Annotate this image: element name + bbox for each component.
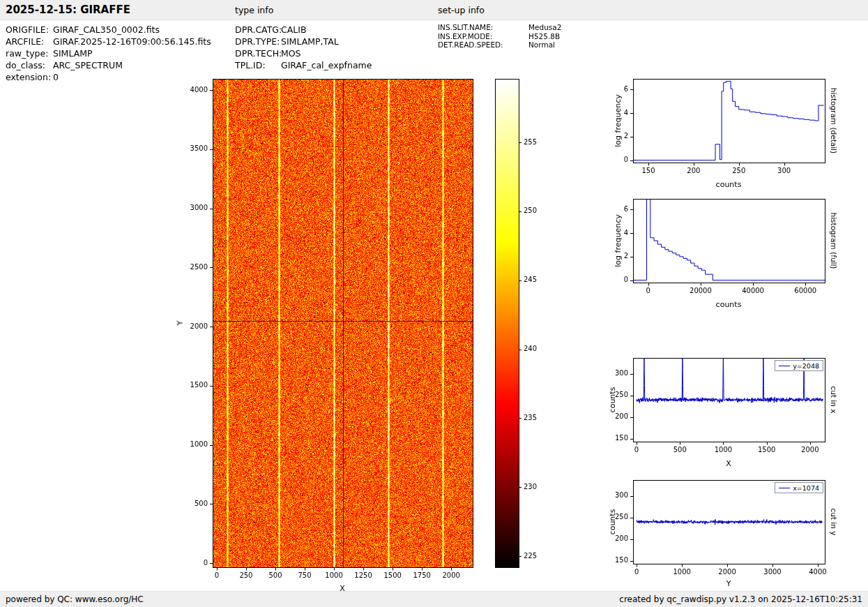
hist-detail-side-label: histogram (detail) [830,88,838,153]
hist-detail-y-axis-label: log frequency [614,94,623,147]
footer-bar: powered by QC: www.eso.org/HC created by… [0,591,868,607]
meta-label: extension: [6,71,53,83]
meta-label: raw_type: [6,47,53,59]
page-title: 2025-12-15: GIRAFFE [6,3,130,16]
meta-value: 0 [53,72,59,82]
meta-row-dprtype: DPR.TYPE:SIMLAMP,TAL [235,36,372,47]
meta-row-rawtype: raw_type:SIMLAMP [6,47,211,59]
setup-info-heading: set-up info [438,5,485,15]
legend-line-sample-icon [779,488,790,488]
legend-cut-in-y: x=1074 [775,482,823,493]
footer-created-by: created by qc_rawdisp.py v1.2.3 on 2025-… [619,594,862,604]
main-x-axis-label: X [340,584,345,593]
footer-powered-by: powered by QC: www.eso.org/HC [6,594,144,604]
meta-row-readspeed: DET.READ.SPEED:Normal [438,40,561,50]
meta-value: GIRAF_cal_expfname [281,60,372,70]
meta-value: GIRAF.2025-12-16T09:00:56.145.fits [53,36,211,47]
meta-row-doclass: do_class:ARC_SPECTRUM [6,59,211,71]
meta-value: SIMLAMP [53,48,93,59]
legend-line-sample-icon [779,366,790,366]
meta-label: ARCFILE: [6,36,53,47]
meta-row-slitname: INS.SLIT.NAME:Medusa2 [438,23,561,32]
cut-x-x-axis-label: X [726,459,731,468]
meta-row-dprtech: DPR.TECH:MOS [235,47,372,59]
hist-full-y-axis-label: log frequency [614,214,623,267]
meta-value: CALIB [281,24,307,35]
setup-info-panel: INS.SLIT.NAME:Medusa2 INS.EXP.MODE:H525.… [438,23,561,50]
meta-row-origfile: ORIGFILE:GIRAF_CAL350_0002.fits [6,24,211,36]
meta-row-arcfile: ARCFILE:GIRAF.2025-12-16T09:00:56.145.fi… [6,36,211,47]
meta-value: Medusa2 [528,23,561,31]
cut-x-y-axis-label: counts [608,387,617,413]
type-info-panel: DPR.CATG:CALIB DPR.TYPE:SIMLAMP,TAL DPR.… [235,24,372,71]
cut-y-side-label: cut in y [830,508,838,535]
meta-label: TPL.ID: [235,59,281,71]
meta-label: DPR.TYPE: [235,36,281,47]
hist-full-x-axis-label: counts [716,300,742,309]
header-bar: 2025-12-15: GIRAFFE type info set-up inf… [0,0,868,20]
meta-label: INS.EXP.MODE: [438,32,528,41]
meta-value: SIMLAMP,TAL [281,36,339,47]
hist-full-side-label: histogram (full) [830,213,838,269]
meta-value: H525.8B [528,32,560,40]
cut-y-x-axis-label: Y [726,579,731,588]
meta-row-dprcatg: DPR.CATG:CALIB [235,24,372,36]
meta-value: GIRAF_CAL350_0002.fits [53,24,160,35]
type-info-heading: type info [235,5,273,15]
meta-label: DPR.TECH: [235,47,281,59]
meta-value: MOS [281,48,301,59]
legend-label: x=1074 [793,484,819,492]
file-info-panel: ORIGFILE:GIRAF_CAL350_0002.fits ARCFILE:… [6,24,211,83]
qc-report-page: 2025-12-15: GIRAFFE type info set-up inf… [0,0,868,607]
meta-label: DET.READ.SPEED: [438,40,528,50]
legend-label: y=2048 [793,362,819,370]
meta-label: INS.SLIT.NAME: [438,23,528,32]
meta-label: do_class: [6,59,53,71]
cut-y-y-axis-label: counts [608,509,617,535]
hist-detail-x-axis-label: counts [716,180,742,189]
meta-row-expmode: INS.EXP.MODE:H525.8B [438,32,561,41]
main-y-axis-label: Y [176,321,185,326]
meta-row-tplid: TPL.ID:GIRAF_cal_expfname [235,59,372,71]
cut-x-side-label: cut in x [830,386,838,413]
meta-label: ORIGFILE: [6,24,53,36]
meta-row-extension: extension:0 [6,71,211,83]
meta-value: Normal [528,40,555,49]
meta-label: DPR.CATG: [235,24,281,36]
meta-value: ARC_SPECTRUM [53,60,123,70]
legend-cut-in-x: y=2048 [775,360,823,371]
